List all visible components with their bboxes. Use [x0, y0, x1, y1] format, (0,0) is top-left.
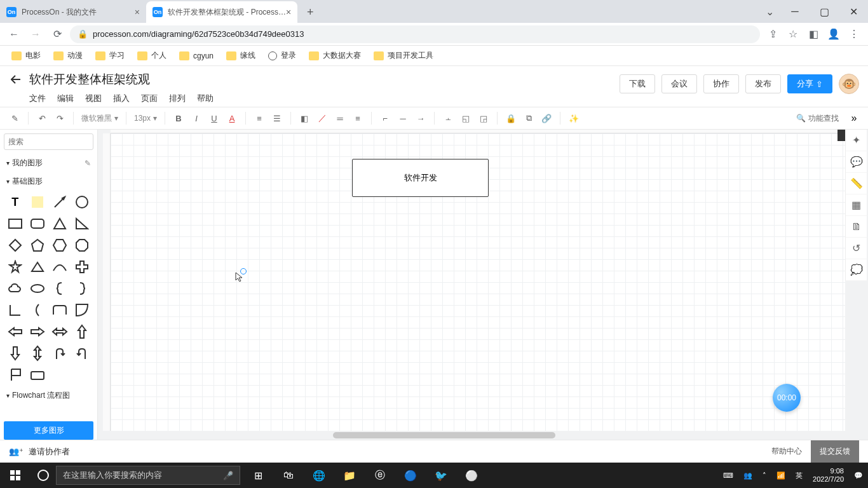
shape-arrow-left[interactable]	[5, 323, 25, 341]
tray-chevron-up-icon[interactable]: ˄	[757, 463, 771, 488]
ie-icon[interactable]: ⓔ	[365, 463, 395, 488]
fill-color-icon[interactable]: ◧	[296, 110, 313, 126]
shape-container[interactable]	[27, 366, 47, 384]
chrome-icon[interactable]: 🔵	[395, 463, 426, 488]
bookmark-item[interactable]: 个人	[132, 48, 172, 64]
browser-tab[interactable]: On 软件开发整体框架统观 - Process… ×	[146, 1, 297, 23]
bookmark-item[interactable]: 大数据大赛	[304, 48, 366, 64]
bookmark-icon[interactable]: ☆	[784, 25, 802, 43]
sidepanel-icon[interactable]: ◧	[804, 25, 822, 43]
shape-circle[interactable]	[72, 193, 92, 211]
shape-uturn-alt[interactable]	[72, 344, 92, 362]
shape-brace-right[interactable]	[72, 280, 92, 297]
menu-file[interactable]: 文件	[29, 93, 46, 104]
link-icon[interactable]: 🔗	[538, 110, 555, 126]
line-weight-icon[interactable]: ≡	[349, 110, 366, 126]
shape-flag[interactable]	[5, 366, 25, 384]
panel-handle[interactable]	[837, 130, 845, 141]
invite-collaborators[interactable]: 👥⁺ 邀请协作者	[9, 446, 70, 458]
shape-brace-left[interactable]	[50, 280, 70, 297]
section-flowchart[interactable]: ▾Flowchart 流程图	[0, 386, 97, 405]
app-icon[interactable]: 🐦	[426, 463, 456, 488]
tabs-caret-icon[interactable]: ⌄	[759, 0, 780, 23]
maximize-button[interactable]: ▢	[810, 0, 839, 23]
send-back-icon[interactable]: ◲	[475, 110, 492, 126]
diagram-node[interactable]: 软件开发	[352, 159, 489, 197]
app-store-icon[interactable]: 🛍	[273, 463, 304, 488]
shape-arrow-down[interactable]	[5, 344, 25, 362]
back-button[interactable]: ←	[5, 25, 23, 43]
forward-button[interactable]: →	[27, 25, 44, 43]
menu-arrange[interactable]: 排列	[169, 93, 186, 104]
task-view-icon[interactable]: ⊞	[243, 463, 273, 488]
shape-tab[interactable]	[50, 301, 70, 319]
shape-diamond[interactable]	[5, 236, 25, 254]
close-window-button[interactable]: ✕	[839, 0, 868, 23]
navigator-icon[interactable]: ✦	[846, 130, 867, 151]
menu-page[interactable]: 页面	[141, 93, 158, 104]
shape-octagon[interactable]	[72, 236, 92, 254]
shape-corner[interactable]	[5, 301, 25, 319]
shape-right-triangle[interactable]	[72, 215, 92, 233]
shape-star[interactable]	[5, 258, 25, 276]
section-basic-shapes[interactable]: ▾基础图形	[0, 172, 97, 191]
shape-roundrect[interactable]	[27, 215, 47, 233]
redo-icon[interactable]: ↷	[51, 110, 68, 126]
tray-lang[interactable]: 英	[790, 463, 808, 488]
shape-ellipse[interactable]	[27, 280, 47, 297]
shape-cloud[interactable]	[5, 280, 25, 297]
shape-uturn[interactable]	[50, 344, 70, 362]
cortana-button[interactable]	[31, 470, 56, 481]
fontsize-select[interactable]: 13px ▾	[132, 114, 159, 123]
align-objects-icon[interactable]: ⫠	[440, 110, 456, 126]
feedback-button[interactable]: 提交反馈	[811, 440, 859, 463]
horizontal-scrollbar[interactable]	[333, 432, 555, 438]
shape-search[interactable]: 🔍	[4, 133, 93, 150]
canvas-surface[interactable]: 软件开发 00:00	[111, 133, 845, 431]
close-icon[interactable]: ×	[286, 7, 291, 17]
shape-pentagon[interactable]	[27, 236, 47, 254]
list-icon[interactable]: ☰	[269, 110, 285, 126]
shape-arrow-both[interactable]	[50, 323, 70, 341]
shape-quarter[interactable]	[72, 301, 92, 319]
edit-icon[interactable]: ✎	[85, 159, 91, 168]
download-button[interactable]: 下载	[620, 74, 655, 93]
share-button[interactable]: 分享 ⇧	[787, 74, 832, 93]
bookmark-item[interactable]: 缘线	[221, 48, 261, 64]
close-icon[interactable]: ×	[135, 7, 140, 17]
chat-icon[interactable]: 💭	[846, 259, 867, 281]
more-shapes-button[interactable]: 更多图形	[4, 421, 93, 440]
magic-icon[interactable]: ✨	[566, 110, 582, 126]
bookmark-item[interactable]: 学习	[90, 48, 130, 64]
lock-icon[interactable]: 🔒	[503, 110, 519, 126]
bold-icon[interactable]: B	[170, 110, 187, 126]
minimize-button[interactable]: ─	[780, 0, 810, 23]
shape-triangle[interactable]	[50, 215, 70, 233]
connector-end-icon[interactable]: →	[412, 110, 429, 126]
underline-icon[interactable]: U	[206, 110, 222, 126]
share-page-icon[interactable]: ⇪	[764, 25, 782, 43]
tray-clock[interactable]: 9:08 2022/7/20	[808, 467, 849, 484]
bookmark-item[interactable]: 项目开发工具	[369, 48, 438, 64]
tray-ime-icon[interactable]: ⌨	[718, 463, 738, 488]
shape-cross[interactable]	[72, 258, 92, 276]
shape-arrow-right[interactable]	[27, 323, 47, 341]
bookmark-item[interactable]: cgyun	[174, 49, 219, 63]
back-to-files-button[interactable]	[9, 72, 23, 86]
explorer-icon[interactable]: 📁	[334, 463, 365, 488]
page-icon[interactable]: 🗎	[846, 216, 867, 238]
undo-icon[interactable]: ↶	[34, 110, 50, 126]
connector-line-icon[interactable]: ─	[395, 110, 411, 126]
shape-arc[interactable]	[50, 258, 70, 276]
help-center-link[interactable]: 帮助中心	[763, 440, 811, 463]
bookmark-item[interactable]: 电影	[6, 48, 46, 64]
line-style-icon[interactable]: ═	[332, 110, 348, 126]
menu-help[interactable]: 帮助	[197, 93, 214, 104]
recording-timer[interactable]: 00:00	[773, 384, 801, 412]
align-icon[interactable]: ≡	[251, 110, 268, 126]
meeting-button[interactable]: 会议	[661, 74, 697, 93]
bookmark-item[interactable]: 动漫	[48, 48, 88, 64]
canvas[interactable]: 软件开发 00:00 ✦ 💬 📏 ▦ 🗎 ↺ 💭	[98, 130, 868, 440]
menu-insert[interactable]: 插入	[113, 93, 130, 104]
function-search[interactable]: 🔍 功能查找	[796, 113, 839, 124]
